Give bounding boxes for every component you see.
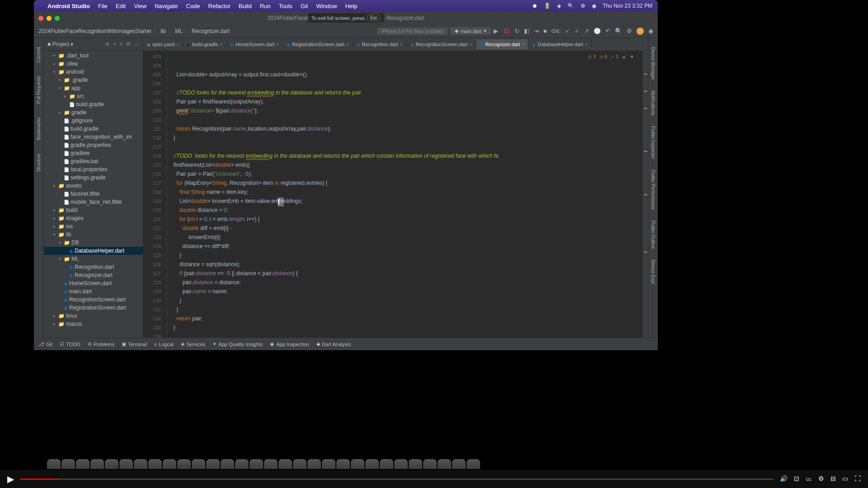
inspection-widget[interactable]: ⚠ 3⚠ 9✓ 3▲▼: [588, 52, 634, 61]
tree-node[interactable]: DatabaseHelper.dart: [44, 247, 143, 255]
attach-debugger-button[interactable]: ⇥: [534, 28, 539, 34]
editor-tab[interactable]: DatabaseHelper.dart ×: [528, 39, 592, 49]
siri-icon[interactable]: ◉: [592, 3, 596, 9]
collapse-all-icon[interactable]: ≡: [120, 41, 123, 47]
tool-problems[interactable]: ⊘ Problems: [88, 341, 114, 347]
avatar-icon[interactable]: [637, 28, 644, 35]
tree-node[interactable]: build.gradle: [44, 125, 143, 133]
run-config-selector[interactable]: ◆ main.dart ▾: [450, 27, 491, 35]
close-tab-icon[interactable]: ×: [220, 42, 222, 47]
rail-structure[interactable]: Structure: [36, 154, 41, 172]
tree-node[interactable]: ▸build: [44, 206, 143, 214]
menu-build[interactable]: Build: [239, 3, 252, 9]
tree-node[interactable]: ▸.idea: [44, 60, 143, 68]
menu-tools[interactable]: Tools: [279, 3, 292, 9]
coverage-button[interactable]: ↻: [514, 28, 519, 34]
editor-tab[interactable]: Recognizer.dart ×: [476, 39, 528, 49]
battery-icon[interactable]: 🔋: [544, 3, 551, 9]
editor-tab[interactable]: Recognition.dart ×: [353, 39, 407, 49]
close-tab-icon[interactable]: ×: [522, 42, 524, 47]
error-stripe[interactable]: [642, 51, 648, 338]
rail-pull-requests[interactable]: Pull Requests: [36, 76, 41, 104]
traffic-lights[interactable]: [38, 16, 60, 21]
editor-tab[interactable]: spec.yaml ×: [143, 39, 183, 49]
miniplayer-icon[interactable]: ⊟: [830, 475, 836, 483]
rail-flutter-inspector[interactable]: Flutter Inspector: [651, 126, 656, 159]
volume-icon[interactable]: 🔊: [780, 475, 788, 483]
captions-icon[interactable]: ㏄: [806, 475, 812, 483]
tree-node[interactable]: gradlew: [44, 149, 143, 157]
screen-record-icon[interactable]: ⏺: [532, 3, 538, 9]
tool-dart-analysis[interactable]: ◆ Dart Analysis: [316, 341, 351, 347]
hide-icon[interactable]: —: [134, 41, 139, 47]
tool-terminal[interactable]: ▣ Terminal: [122, 341, 147, 347]
tree-node[interactable]: ▸linux: [44, 312, 143, 320]
rail-notifications[interactable]: Notifications: [651, 91, 656, 115]
revert-icon[interactable]: ↶: [605, 28, 610, 34]
debug-button[interactable]: 🐞: [503, 28, 510, 34]
tool-todo[interactable]: ☑ TODO: [60, 341, 80, 347]
git-update-icon[interactable]: ✓: [565, 28, 570, 34]
tree-node[interactable]: ▾.dart_tool: [44, 52, 143, 60]
menu-navigate[interactable]: Navigate: [155, 3, 178, 9]
close-tab-icon[interactable]: ×: [276, 42, 279, 47]
menu-run[interactable]: Run: [260, 3, 271, 9]
editor-tab[interactable]: RegistrationScreen.dart ×: [283, 39, 353, 49]
tool-logcat[interactable]: ≡ Logcat: [154, 342, 174, 347]
tool-app-inspection[interactable]: ◉ App Inspection: [270, 341, 309, 347]
tree-node[interactable]: ▸macos: [44, 320, 143, 328]
expand-all-icon[interactable]: ≡: [113, 41, 116, 47]
tree-node[interactable]: gradlew.bat: [44, 157, 143, 165]
tree-node[interactable]: ▾ML: [44, 255, 143, 263]
tree-node[interactable]: RegistrationScreen.dart: [44, 304, 143, 312]
tree-node[interactable]: Recognition.dart: [44, 263, 143, 271]
tree-node[interactable]: ▾.gradle: [44, 76, 143, 84]
editor-gutter[interactable]: 1031041051061071081091101111121131141151…: [143, 51, 167, 338]
tree-node[interactable]: mobile_face_net.tflite: [44, 198, 143, 206]
breadcrumb[interactable]: 2024FlutterFaceRecognitionWithImagesStar…: [38, 27, 230, 35]
close-tab-icon[interactable]: ×: [400, 42, 403, 47]
git-commit-icon[interactable]: ✓: [575, 28, 580, 34]
spotlight-icon[interactable]: 🔍: [567, 3, 574, 9]
autoplay-icon[interactable]: ⊡: [794, 475, 799, 483]
fullscreen-icon[interactable]: ⛶: [854, 475, 861, 483]
ide-icon[interactable]: ◉: [648, 28, 653, 34]
video-progress-bar[interactable]: [20, 479, 774, 480]
menu-code[interactable]: Code: [186, 3, 200, 9]
profile-button[interactable]: ◧: [524, 28, 529, 34]
editor-content[interactable]: ⚠ 3⚠ 9✓ 3▲▼ List<double> outputArray = o…: [167, 51, 642, 338]
git-push-icon[interactable]: ↗: [584, 28, 589, 34]
tree-node[interactable]: .gitignore: [44, 117, 143, 125]
tree-node[interactable]: RecognitionScreen.dart: [44, 296, 143, 304]
tree-node[interactable]: Recognizer.dart: [44, 271, 143, 279]
editor-tab[interactable]: build.gradle ×: [183, 39, 226, 49]
tree-node[interactable]: local.properties: [44, 165, 143, 174]
tree-node[interactable]: facenet.tflite: [44, 190, 143, 198]
project-view-label[interactable]: ■ Project ▾: [47, 41, 73, 47]
select-opened-file-icon[interactable]: ⊕: [105, 41, 109, 47]
tree-node[interactable]: ▸src: [44, 92, 143, 100]
close-tab-icon[interactable]: ×: [177, 42, 179, 47]
editor-tab[interactable]: HomeScreen.dart ×: [226, 39, 283, 49]
wifi-icon[interactable]: ◈: [557, 3, 561, 9]
close-tab-icon[interactable]: ×: [585, 42, 588, 47]
tree-node[interactable]: ▸images: [44, 214, 143, 222]
rail-device-explorer[interactable]: Device Expl: [651, 260, 656, 284]
menu-git[interactable]: Git: [301, 3, 308, 9]
tree-node[interactable]: ▸gradle: [44, 108, 143, 117]
tree-node[interactable]: ▾app: [44, 84, 143, 92]
theater-icon[interactable]: ▭: [842, 475, 848, 483]
menu-window[interactable]: Window: [316, 3, 337, 9]
device-selector[interactable]: iPhone 14 Pro Max (mobile): [377, 28, 448, 35]
rail-flutter-outline[interactable]: Flutter Outline: [651, 221, 656, 249]
menu-edit[interactable]: Edit: [116, 3, 126, 9]
video-play-button[interactable]: ▶: [7, 474, 14, 484]
clock[interactable]: Thu Nov 23 3:32 PM: [603, 3, 652, 9]
close-tab-icon[interactable]: ×: [469, 42, 472, 47]
tool-services[interactable]: ◈ Services: [181, 341, 205, 347]
tree-node[interactable]: HomeScreen.dart: [44, 279, 143, 287]
tree-node[interactable]: ▾lib: [44, 230, 143, 239]
run-button[interactable]: ▶: [494, 28, 498, 34]
tool-app-quality[interactable]: ✦ App Quality Insights: [212, 341, 263, 347]
settings-icon[interactable]: ⚙: [818, 475, 824, 483]
